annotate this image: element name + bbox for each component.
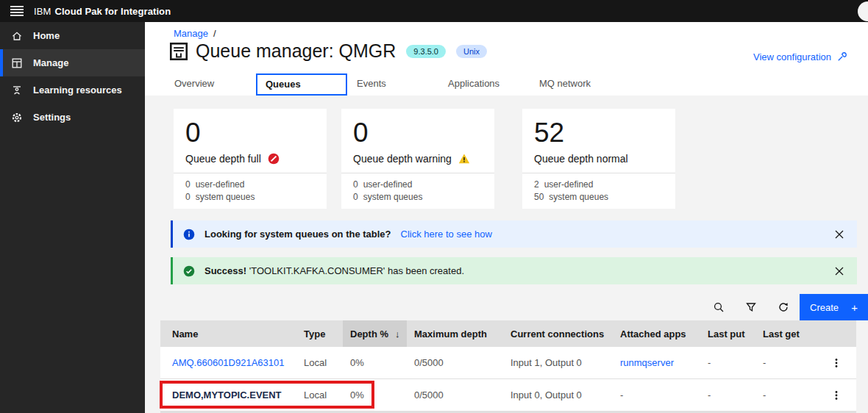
stat-count: 0 bbox=[185, 179, 191, 191]
card-stat: 0 system queues bbox=[353, 191, 483, 204]
tab-events[interactable]: Events bbox=[347, 73, 438, 96]
table-toolbar: Create + bbox=[702, 294, 868, 320]
table-row: AMQ.660601D921A63101 Local 0% 0/5000 Inp… bbox=[160, 347, 856, 379]
card-divider bbox=[522, 173, 675, 173]
settings-icon bbox=[11, 112, 23, 123]
stat-count: 0 bbox=[185, 191, 191, 204]
create-button[interactable]: Create + bbox=[800, 294, 868, 320]
top-header: IBMCloud Pak for Integration bbox=[0, 0, 868, 22]
refresh-icon[interactable] bbox=[767, 294, 800, 320]
close-icon[interactable] bbox=[832, 264, 847, 279]
sidebar-item-label: Learning resources bbox=[33, 85, 122, 96]
info-icon bbox=[183, 229, 195, 240]
column-header-depth[interactable]: Depth % ↓ bbox=[343, 320, 407, 347]
cell-last-put: - bbox=[700, 389, 755, 401]
avatar[interactable] bbox=[858, 1, 868, 21]
stat-label: system queues bbox=[196, 191, 255, 204]
cell-last-get: - bbox=[755, 389, 817, 401]
success-icon bbox=[183, 265, 195, 277]
brand-prefix: IBM bbox=[34, 6, 51, 17]
overflow-menu-icon[interactable] bbox=[817, 389, 856, 401]
cell-depth: 0% bbox=[343, 389, 407, 401]
filter-icon[interactable] bbox=[735, 294, 767, 320]
overflow-menu-icon[interactable] bbox=[817, 357, 856, 369]
sidebar-item-manage[interactable]: Manage bbox=[0, 49, 145, 76]
sidebar-item-learning-resources[interactable]: Learning resources bbox=[0, 76, 145, 104]
sidebar-item-label: Manage bbox=[33, 57, 68, 68]
sidebar: Home Manage Learning resources bbox=[0, 22, 145, 413]
close-icon[interactable] bbox=[832, 227, 847, 242]
success-notification: Success! 'TOOLKIT.KAFKA.CONSUMER' has be… bbox=[171, 257, 857, 284]
stat-label: system queues bbox=[549, 191, 608, 204]
tab-bar: Overview Queues Events Applications MQ n… bbox=[165, 73, 621, 96]
app-window: IBMCloud Pak for Integration Home Manage bbox=[0, 0, 868, 413]
cell-depth: 0% bbox=[343, 357, 407, 368]
queue-manager-icon bbox=[169, 42, 188, 61]
info-notification: Looking for system queues on the table? … bbox=[171, 220, 857, 248]
hamburger-menu-icon[interactable] bbox=[0, 0, 34, 22]
column-header-last-get[interactable]: Last get bbox=[755, 328, 817, 340]
column-header-attached-apps[interactable]: Attached apps bbox=[613, 328, 700, 340]
queue-name-link[interactable]: DEMO,MYTOPIC.EVENT bbox=[160, 389, 296, 401]
view-configuration-link[interactable]: View configuration bbox=[753, 51, 847, 62]
create-button-label: Create bbox=[810, 302, 839, 313]
sidebar-item-home[interactable]: Home bbox=[0, 22, 145, 49]
card-divider bbox=[341, 173, 494, 173]
card-label-text: Queue depth full bbox=[185, 153, 261, 165]
manage-icon bbox=[11, 57, 23, 69]
tab-applications[interactable]: Applications bbox=[438, 73, 530, 96]
card-label: Queue depth warning bbox=[353, 153, 483, 165]
page-title: Queue manager: QMGR bbox=[196, 40, 396, 62]
attached-apps-link[interactable]: runmqserver bbox=[613, 357, 700, 368]
stat-count: 0 bbox=[353, 191, 358, 204]
queue-name-link[interactable]: AMQ.660601D921A63101 bbox=[160, 357, 296, 368]
cell-maximum-depth: 0/5000 bbox=[407, 357, 503, 368]
cell-current-connections: Input 0, Output 0 bbox=[503, 389, 613, 401]
tab-mq-network[interactable]: MQ network bbox=[530, 73, 621, 96]
stat-count: 50 bbox=[534, 191, 544, 204]
cell-attached-apps: - bbox=[613, 389, 700, 401]
column-header-type[interactable]: Type bbox=[296, 328, 343, 340]
brand-name: Cloud Pak for Integration bbox=[54, 6, 171, 17]
page-title-row: Queue manager: QMGR 9.3.5.0 Unix bbox=[169, 40, 487, 62]
card-stat: 0 user-defined bbox=[353, 179, 483, 191]
stat-count: 2 bbox=[534, 179, 539, 191]
search-icon[interactable] bbox=[702, 294, 735, 320]
cell-last-get: - bbox=[755, 357, 817, 368]
column-header-last-put[interactable]: Last put bbox=[700, 328, 755, 340]
info-title: Looking for system queues on the table? bbox=[204, 229, 391, 240]
column-header-label: Depth % bbox=[350, 328, 388, 340]
breadcrumb-manage-link[interactable]: Manage bbox=[174, 28, 208, 39]
card-stat: 0 user-defined bbox=[185, 179, 315, 191]
sidebar-item-settings[interactable]: Settings bbox=[0, 104, 145, 131]
breadcrumb: Manage/ bbox=[174, 28, 216, 39]
cell-type: Local bbox=[296, 357, 343, 368]
card-stat: 0 system queues bbox=[185, 191, 315, 204]
column-header-maximum-depth[interactable]: Maximum depth bbox=[407, 328, 503, 340]
card-value: 0 bbox=[353, 118, 483, 149]
column-header-name[interactable]: Name bbox=[160, 328, 296, 340]
card-label: Queue depth full bbox=[185, 153, 315, 165]
warning-icon bbox=[458, 153, 470, 165]
tab-queues[interactable]: Queues bbox=[256, 73, 347, 96]
card-queue-depth-full: 0 Queue depth full 0 user-defi bbox=[174, 109, 327, 209]
platform-badge: Unix bbox=[456, 45, 487, 58]
version-badge: 9.3.5.0 bbox=[406, 45, 446, 58]
info-link[interactable]: Click here to see how bbox=[401, 229, 492, 240]
cell-maximum-depth: 0/5000 bbox=[407, 389, 503, 401]
card-value: 52 bbox=[534, 118, 664, 149]
stat-label: user-defined bbox=[544, 179, 594, 191]
brand-title: IBMCloud Pak for Integration bbox=[34, 6, 171, 17]
stat-label: system queues bbox=[363, 191, 423, 204]
column-header-current-connections[interactable]: Current connections bbox=[503, 328, 613, 340]
tab-overview[interactable]: Overview bbox=[165, 73, 256, 96]
breadcrumb-separator: / bbox=[213, 28, 216, 39]
stat-count: 0 bbox=[353, 179, 358, 191]
card-queue-depth-normal: 52 Queue depth normal 2 user-defined 50 … bbox=[522, 109, 675, 209]
sidebar-item-label: Home bbox=[33, 30, 60, 41]
cell-last-put: - bbox=[700, 357, 755, 368]
card-value: 0 bbox=[185, 118, 315, 149]
card-stat: 2 user-defined bbox=[534, 179, 664, 191]
card-label: Queue depth normal bbox=[534, 153, 664, 165]
learning-icon bbox=[11, 85, 23, 96]
